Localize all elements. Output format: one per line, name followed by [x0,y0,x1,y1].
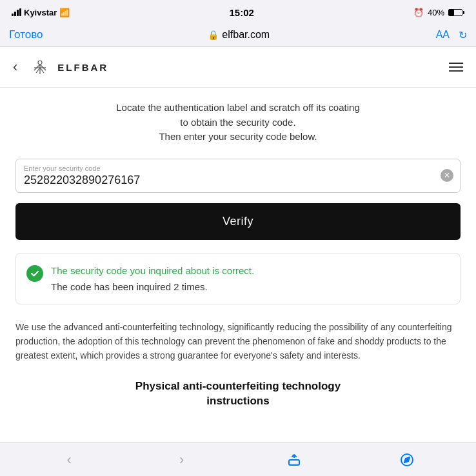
wifi-icon: 📶 [59,8,70,17]
section-title: Physical anti-counterfeiting technologyi… [15,379,461,410]
back-button[interactable]: ‹ [13,59,17,75]
browser-controls: AA ↻ [435,29,467,41]
address-bar[interactable]: 🔒 elfbar.com [50,29,429,41]
svg-line-6 [40,68,44,73]
compass-button[interactable] [393,446,421,474]
status-bar: Kyivstar 📶 15:02 ⏰ 40% [0,0,476,23]
menu-button[interactable] [449,63,463,72]
nav-logo: ELFBAR [28,55,108,79]
battery-percent: 40% [428,8,444,17]
status-right: ⏰ 40% [413,8,464,17]
nav-left: ‹ ELFBAR [13,55,108,79]
done-button[interactable]: Готово [9,28,43,41]
verify-button[interactable]: Verify [15,203,461,240]
security-code-input[interactable] [24,174,434,187]
main-content: ‹ ELFBAR Locate the aut [0,47,476,430]
info-text: We use the advanced anti-counterfeiting … [15,320,461,363]
svg-line-5 [36,68,40,73]
success-text: The security code you inquired about is … [51,264,254,293]
browser-toolbar: ‹ › [0,442,476,476]
security-code-input-wrapper[interactable]: Enter your security code ✕ [15,159,461,193]
clear-input-button[interactable]: ✕ [441,169,453,182]
signal-icon [12,8,21,16]
success-main-text: The security code you inquired about is … [51,264,254,277]
browser-bar: Готово 🔒 elfbar.com AA ↻ [0,23,476,47]
success-icon [26,265,43,282]
site-nav: ‹ ELFBAR [0,47,476,88]
input-label: Enter your security code [24,164,434,172]
logo-icon [28,55,52,79]
lock-icon: 🔒 [208,30,219,40]
page-body: Locate the authentication label and scra… [0,88,476,422]
domain-text: elfbar.com [222,29,270,41]
forward-nav-button[interactable]: › [168,446,196,474]
alarm-icon: ⏰ [413,8,424,17]
refresh-button[interactable]: ↻ [459,29,467,41]
back-nav-button[interactable]: ‹ [55,446,83,474]
svg-rect-7 [289,460,299,465]
svg-point-0 [38,61,42,64]
success-box: The security code you inquired about is … [15,253,461,304]
share-button[interactable] [280,446,308,474]
success-sub-text: The code has been inquired 2 times. [51,280,254,293]
carrier-name: Kyivstar [24,8,57,17]
status-time: 15:02 [229,7,253,18]
svg-marker-9 [404,457,410,462]
battery-icon [448,9,464,16]
instruction-text: Locate the authentication label and scra… [15,101,461,144]
status-left: Kyivstar 📶 [12,8,70,17]
aa-button[interactable]: AA [436,29,450,41]
logo-text: ELFBAR [57,62,108,73]
